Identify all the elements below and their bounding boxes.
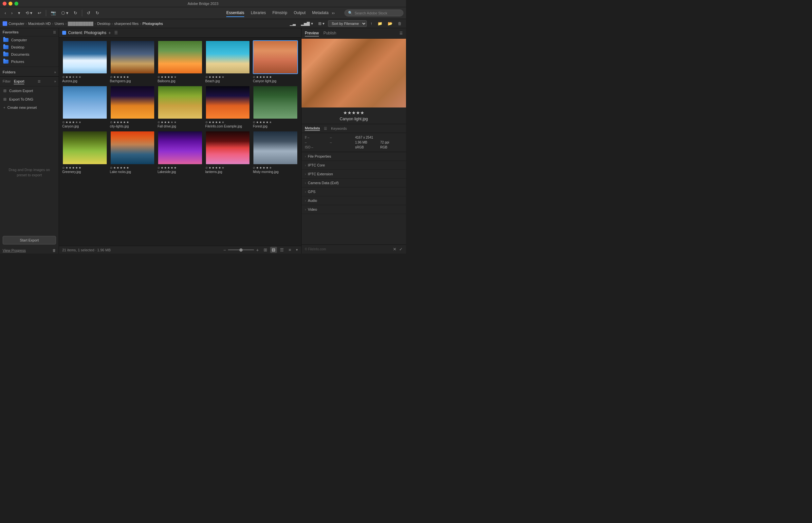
photo-item-1[interactable]: ⊘★★★★★ Bachgoers.jpg: [110, 40, 155, 83]
status-more-button[interactable]: ▾: [296, 248, 298, 252]
add-tab-button[interactable]: +: [108, 30, 111, 35]
create-preset-item[interactable]: + Create new preset: [0, 104, 59, 111]
custom-export-item[interactable]: ⊞ Custom Export: [0, 87, 59, 95]
photo-item-14[interactable]: ⊘★★★★★ Misty morning.jpg: [253, 131, 298, 173]
breadcrumb-computer[interactable]: Computer: [3, 21, 24, 26]
photo-item-8[interactable]: ⊘★★★★★ FileInfo.com Example.jpg: [205, 86, 250, 128]
tab-libraries[interactable]: Libraries: [251, 9, 266, 17]
sidebar-item-pictures[interactable]: Pictures: [0, 58, 59, 65]
nav-dropdown[interactable]: ▾: [16, 9, 22, 17]
undo-button[interactable]: ↺: [85, 9, 92, 17]
section-iptc-core[interactable]: › IPTC Core: [302, 161, 406, 170]
star-3: ★: [120, 166, 122, 169]
minimize-button[interactable]: [8, 2, 13, 5]
redo-button[interactable]: ↻: [94, 9, 101, 17]
photo-item-12[interactable]: ⊘★★★★★ Lakeside.jpg: [157, 131, 203, 173]
back-button[interactable]: ‹: [3, 9, 8, 17]
delete-button[interactable]: 🗑: [396, 21, 403, 26]
photo-item-3[interactable]: ⊘★★★★★ Beach.jpg: [205, 40, 250, 83]
content-menu-button[interactable]: ☰: [114, 31, 118, 35]
rs-menu-icon[interactable]: ☰: [399, 31, 403, 35]
start-export-button[interactable]: Start Export: [3, 236, 56, 245]
quality-low-button[interactable]: ▁▃: [288, 21, 297, 26]
reveal-button[interactable]: ↩: [36, 9, 43, 17]
photo-item-11[interactable]: ⊘★★★★★ Lake rocks.jpg: [110, 131, 155, 173]
favorites-menu[interactable]: ☰: [53, 31, 56, 34]
sidebar-item-computer[interactable]: Computer: [0, 36, 59, 43]
photo-item-2[interactable]: ⊘★★★★★ Balloons.jpg: [157, 40, 203, 83]
footer-check-button[interactable]: ✓: [399, 247, 403, 252]
maximize-button[interactable]: [14, 2, 18, 5]
breadcrumb-desktop[interactable]: Desktop: [97, 22, 110, 25]
grid-view-button[interactable]: ⊞: [262, 247, 269, 253]
photo-grid-container[interactable]: ⊘★★★★★ Aurora.jpg ⊘★★★★★ Bachgoers.jpg ⊘…: [59, 38, 301, 246]
list-view-button[interactable]: ☰: [278, 247, 285, 253]
breadcrumb-sharpened[interactable]: sharpened files: [114, 22, 139, 25]
quality-high-button[interactable]: ▂▅▇ ▾: [299, 21, 314, 26]
section-audio[interactable]: › Audio: [302, 196, 406, 205]
breadcrumb-username[interactable]: ██████████: [68, 22, 93, 25]
camera-button[interactable]: 📷: [49, 9, 58, 17]
delete-preset-icon[interactable]: 🗑: [52, 248, 56, 252]
tab-output[interactable]: Output: [294, 9, 305, 17]
search-input[interactable]: [355, 11, 400, 15]
sidebar-item-documents[interactable]: Documents: [0, 51, 59, 58]
tab-filmstrip[interactable]: Filmstrip: [272, 9, 287, 17]
section-gps[interactable]: › GPS: [302, 187, 406, 196]
export-tab[interactable]: Export: [14, 79, 24, 84]
section-video[interactable]: › Video: [302, 205, 406, 214]
meta-menu-icon[interactable]: ☰: [324, 126, 327, 131]
section-file-properties[interactable]: › File Properties: [302, 152, 406, 161]
copy-button[interactable]: ⬡ ▾: [59, 9, 70, 17]
history-button[interactable]: ⟲ ▾: [23, 9, 35, 17]
photo-item-6[interactable]: ⊘★★★★★ city-lights.jpg: [110, 86, 155, 128]
breadcrumb-photographs[interactable]: Photographs: [143, 22, 163, 25]
export-dng-item[interactable]: ⊞ Export To DNG: [0, 95, 59, 104]
section-iptc-extension[interactable]: › IPTC Extension: [302, 170, 406, 179]
window-controls[interactable]: [3, 2, 18, 5]
photo-item-7[interactable]: ⊘★★★★★ Fall drive.jpg: [157, 86, 203, 128]
photo-item-4[interactable]: ⊘★★★★★ Canyon light.jpg: [253, 40, 298, 83]
photo-item-13[interactable]: ⊘★★★★★ lanterns.jpg: [205, 131, 250, 173]
refresh-button[interactable]: ↻: [72, 9, 79, 17]
breadcrumb-users[interactable]: Users: [55, 22, 64, 25]
detail-view-button[interactable]: ≡: [287, 247, 293, 253]
footer-close-button[interactable]: ✕: [393, 247, 397, 252]
tab-publish[interactable]: Publish: [323, 30, 336, 36]
photo-item-5[interactable]: ⊘★★★★★ Canyon.jpg: [62, 86, 107, 128]
export-menu[interactable]: ☰: [38, 79, 41, 83]
more-tabs-button[interactable]: ››: [330, 9, 337, 17]
star-3: ★: [215, 166, 218, 169]
zoom-out-button[interactable]: −: [223, 248, 226, 253]
thumbnail-view-button[interactable]: ⊟: [270, 247, 277, 253]
photo-item-10[interactable]: ⊘★★★★★ Greenery.jpg: [62, 131, 107, 173]
sidebar-item-desktop[interactable]: Desktop: [0, 43, 59, 51]
close-button[interactable]: [3, 2, 6, 5]
tab-preview[interactable]: Preview: [305, 30, 319, 36]
photo-item-0[interactable]: ⊘★★★★★ Aurora.jpg: [62, 40, 107, 83]
filter-button[interactable]: ⊞ ▾: [317, 21, 326, 26]
create-folder-button[interactable]: 📁: [376, 21, 384, 26]
export-expand[interactable]: »: [54, 79, 56, 83]
sort-asc-button[interactable]: ↑: [369, 21, 374, 26]
tab-keywords[interactable]: Keywords: [331, 126, 347, 130]
new-folder-button[interactable]: 📂: [386, 21, 394, 26]
section-camera-data[interactable]: › Camera Data (Exif): [302, 179, 406, 187]
sort-select[interactable]: Sort by Filename: [328, 20, 367, 27]
filter-tab[interactable]: Filter: [3, 79, 11, 84]
filesize-value: 1.96 MB: [355, 141, 378, 144]
breadcrumb-macintosh[interactable]: Macintosh HD: [28, 22, 51, 25]
star-3: ★: [263, 166, 265, 169]
tab-essentials[interactable]: Essentials: [226, 9, 244, 17]
star-3: ★: [167, 166, 170, 169]
photo-stars: ⊘★★★★★: [205, 75, 250, 79]
folders-toggle[interactable]: »: [54, 70, 56, 74]
zoom-slider[interactable]: [228, 249, 254, 250]
search-box[interactable]: 🔍: [344, 10, 403, 16]
tab-metadata-panel[interactable]: Metadata: [305, 126, 320, 131]
zoom-in-button[interactable]: +: [256, 248, 259, 253]
tab-metadata[interactable]: Metadata: [312, 9, 328, 17]
photo-item-9[interactable]: ⊘★★★★★ Forest.jpg: [253, 86, 298, 128]
star-1: ★: [209, 75, 211, 79]
forward-button[interactable]: ›: [9, 9, 14, 17]
